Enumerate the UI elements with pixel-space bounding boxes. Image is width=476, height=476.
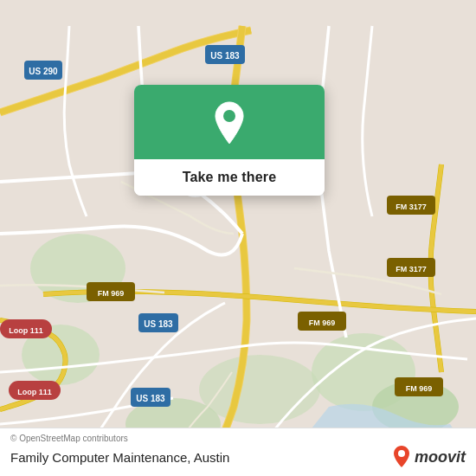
svg-text:FM 969: FM 969 bbox=[406, 384, 433, 393]
moovit-pin-icon bbox=[392, 445, 411, 469]
popup-card: Take me there bbox=[134, 85, 325, 196]
bottom-info: Family Computer Maintenance, Austin moov… bbox=[10, 445, 466, 469]
svg-text:US 183: US 183 bbox=[136, 394, 165, 403]
svg-point-30 bbox=[398, 450, 405, 457]
location-pin-icon bbox=[210, 100, 248, 147]
svg-text:US 290: US 290 bbox=[29, 67, 58, 76]
moovit-logo: moovit bbox=[392, 445, 466, 469]
svg-text:FM 3177: FM 3177 bbox=[396, 203, 427, 211]
svg-text:US 183: US 183 bbox=[144, 319, 173, 329]
svg-point-29 bbox=[223, 110, 235, 122]
svg-text:Loop 111: Loop 111 bbox=[17, 388, 52, 396]
svg-text:FM 969: FM 969 bbox=[98, 289, 125, 298]
svg-text:FM 3177: FM 3177 bbox=[396, 265, 427, 273]
svg-text:US 183: US 183 bbox=[210, 51, 240, 61]
location-name: Family Computer Maintenance, Austin bbox=[10, 450, 229, 465]
svg-point-5 bbox=[199, 355, 320, 424]
map-background: US 290 US 183 FM 3177 FM 3177 FM 969 FM … bbox=[0, 0, 476, 476]
take-me-there-button[interactable]: Take me there bbox=[134, 159, 325, 196]
map-container: US 290 US 183 FM 3177 FM 3177 FM 969 FM … bbox=[0, 0, 476, 476]
map-attribution: © OpenStreetMap contributors bbox=[10, 434, 466, 443]
popup-green-section bbox=[134, 85, 325, 159]
svg-text:Loop 111: Loop 111 bbox=[9, 326, 43, 335]
moovit-brand-text: moovit bbox=[415, 448, 466, 466]
bottom-bar: © OpenStreetMap contributors Family Comp… bbox=[0, 428, 476, 476]
svg-text:FM 969: FM 969 bbox=[309, 318, 336, 327]
